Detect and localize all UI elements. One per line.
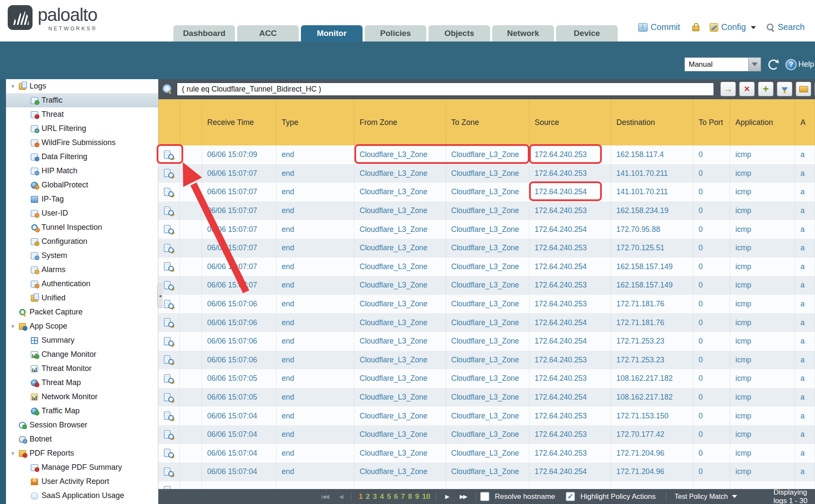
sidebar-item-url-filtering[interactable]: URL Filtering bbox=[6, 122, 158, 136]
sidebar-item-tunnel-inspection[interactable]: Tunnel Inspection bbox=[6, 220, 158, 234]
sidebar-item-change-monitor[interactable]: Change Monitor bbox=[6, 347, 158, 362]
table-row[interactable]: 06/06 15:07:07endCloudflare_L3_ZoneCloud… bbox=[158, 220, 815, 239]
table-row[interactable]: 06/06 15:07:06endCloudflare_L3_ZoneCloud… bbox=[158, 295, 815, 314]
table-row[interactable]: 06/06 15:07:07endCloudflare_L3_ZoneCloud… bbox=[158, 258, 815, 276]
table-row[interactable]: 06/06 15:07:07endCloudflare_L3_ZoneCloud… bbox=[158, 183, 815, 202]
refresh-mode-dropdown-arrow[interactable] bbox=[749, 57, 761, 71]
log-detail-icon[interactable] bbox=[164, 318, 174, 327]
col-header-action[interactable]: A bbox=[795, 99, 815, 145]
col-header-from-zone[interactable]: From Zone bbox=[354, 99, 446, 145]
log-detail-icon[interactable] bbox=[164, 188, 174, 196]
sidebar-item-threat[interactable]: Threat bbox=[6, 107, 158, 122]
refresh-mode-select[interactable]: Manual bbox=[684, 57, 749, 71]
test-policy-match-button[interactable]: Test Policy Match bbox=[675, 489, 737, 504]
page-number-7[interactable]: 7 bbox=[401, 492, 405, 501]
col-header-icon[interactable] bbox=[158, 99, 180, 145]
refresh-icon[interactable] bbox=[768, 59, 779, 70]
expander-icon[interactable]: ▼ bbox=[9, 83, 16, 89]
commit-button[interactable]: Commit bbox=[638, 22, 680, 32]
last-page-button[interactable]: ▶▶ bbox=[460, 489, 467, 504]
sidebar-item-user-activity-report[interactable]: User Activity Report bbox=[6, 474, 158, 489]
log-detail-icon[interactable] bbox=[164, 393, 174, 402]
sidebar-item-traffic-map[interactable]: Traffic Map bbox=[6, 404, 158, 418]
sidebar-item-system[interactable]: System bbox=[6, 249, 158, 263]
log-detail-icon[interactable] bbox=[164, 281, 174, 290]
log-detail-icon[interactable] bbox=[164, 207, 174, 215]
tab-device[interactable]: Device bbox=[556, 25, 618, 42]
log-detail-icon[interactable] bbox=[164, 151, 174, 159]
log-detail-icon[interactable] bbox=[164, 468, 174, 476]
tab-policies[interactable]: Policies bbox=[365, 25, 426, 42]
tab-monitor[interactable]: Monitor bbox=[301, 25, 363, 42]
prev-page-button[interactable]: ◀ bbox=[339, 489, 342, 504]
table-row[interactable]: 06/06 15:07:07endCloudflare_L3_ZoneCloud… bbox=[158, 164, 815, 183]
sidebar-item-data-filtering[interactable]: Data Filtering bbox=[6, 150, 158, 164]
sidebar-item-logs[interactable]: ▼Logs bbox=[6, 79, 158, 93]
col-header-application[interactable]: Application bbox=[730, 99, 795, 145]
table-row[interactable]: 06/06 15:07:04endCloudflare_L3_ZoneCloud… bbox=[158, 425, 815, 444]
config-button[interactable]: Config bbox=[710, 22, 760, 32]
sidebar-collapse-handle[interactable] bbox=[157, 284, 163, 308]
table-row[interactable]: 06/06 15:07:05endCloudflare_L3_ZoneCloud… bbox=[158, 369, 815, 388]
sidebar-item-alarms[interactable]: Alarms bbox=[6, 263, 158, 277]
log-detail-icon[interactable] bbox=[164, 449, 174, 457]
table-row[interactable]: 06/06 15:07:07endCloudflare_L3_ZoneCloud… bbox=[158, 202, 815, 220]
table-row[interactable] bbox=[158, 481, 815, 489]
log-detail-icon[interactable] bbox=[164, 300, 174, 308]
table-row[interactable]: 06/06 15:07:04endCloudflare_L3_ZoneCloud… bbox=[158, 462, 815, 481]
search-button[interactable]: Search bbox=[760, 22, 805, 32]
sidebar-item-manage-pdf-summary[interactable]: Manage PDF Summary bbox=[6, 460, 158, 474]
sidebar-item-session-browser[interactable]: Session Browser bbox=[6, 418, 158, 432]
page-number-5[interactable]: 5 bbox=[387, 492, 391, 501]
add-filter-icon[interactable]: + bbox=[758, 82, 773, 96]
filter-builder-icon[interactable] bbox=[777, 82, 792, 96]
table-row[interactable]: 06/06 15:07:06endCloudflare_L3_ZoneCloud… bbox=[158, 332, 815, 351]
page-number-3[interactable]: 3 bbox=[373, 492, 377, 501]
sidebar-item-wildfire-submissions[interactable]: WildFire Submissions bbox=[6, 136, 158, 150]
col-header-receive-time[interactable]: Receive Time bbox=[202, 99, 277, 145]
sidebar-item-packet-capture[interactable]: Packet Capture bbox=[6, 305, 158, 319]
sidebar-item-threat-monitor[interactable]: Threat Monitor bbox=[6, 362, 158, 376]
sidebar-item-hip-match[interactable]: HIP Match bbox=[6, 164, 158, 178]
table-row[interactable]: 06/06 15:07:04endCloudflare_L3_ZoneCloud… bbox=[158, 406, 815, 425]
page-number-1[interactable]: 1 bbox=[359, 492, 363, 501]
table-row[interactable]: 06/06 15:07:05endCloudflare_L3_ZoneCloud… bbox=[158, 388, 815, 407]
load-filter-icon[interactable] bbox=[796, 82, 811, 96]
expander-icon[interactable]: ▼ bbox=[9, 451, 16, 457]
log-detail-icon[interactable] bbox=[164, 244, 174, 252]
sidebar-item-botnet[interactable]: Botnet bbox=[6, 432, 158, 446]
sidebar-item-pdf-reports[interactable]: ▼PDF Reports bbox=[6, 446, 158, 460]
page-number-8[interactable]: 8 bbox=[408, 492, 412, 501]
col-header-type[interactable]: Type bbox=[277, 99, 354, 145]
resolve-hostname-checkbox[interactable] bbox=[480, 492, 489, 501]
sidebar-item-authentication[interactable]: Authentication bbox=[6, 277, 158, 291]
page-number-4[interactable]: 4 bbox=[380, 492, 384, 501]
sidebar-item-network-monitor[interactable]: Network Monitor bbox=[6, 390, 158, 404]
tab-objects[interactable]: Objects bbox=[428, 25, 490, 42]
page-number-2[interactable]: 2 bbox=[366, 492, 369, 501]
help-icon[interactable]: ? bbox=[785, 59, 797, 70]
sidebar-item-app-scope[interactable]: ▼App Scope bbox=[6, 319, 158, 333]
table-row[interactable]: 06/06 15:07:07endCloudflare_L3_ZoneCloud… bbox=[158, 276, 815, 295]
log-detail-icon[interactable] bbox=[164, 430, 174, 439]
lock-icon[interactable] bbox=[692, 26, 699, 31]
table-row[interactable]: 06/06 15:07:09endCloudflare_L3_ZoneCloud… bbox=[158, 145, 815, 164]
resolve-hostname-option[interactable]: Resolve hostname bbox=[480, 489, 555, 504]
col-header-to-zone[interactable]: To Zone bbox=[446, 99, 529, 145]
table-row[interactable]: 06/06 15:07:06endCloudflare_L3_ZoneCloud… bbox=[158, 313, 815, 332]
log-detail-icon[interactable] bbox=[164, 169, 174, 178]
expander-icon[interactable]: ▼ bbox=[9, 323, 16, 329]
sidebar-item-configuration[interactable]: Configuration bbox=[6, 234, 158, 249]
table-row[interactable]: 06/06 15:07:07endCloudflare_L3_ZoneCloud… bbox=[158, 239, 815, 258]
tab-network[interactable]: Network bbox=[492, 25, 554, 42]
highlight-policy-checkbox[interactable]: ✓ bbox=[566, 492, 575, 501]
sidebar-item-ip-tag[interactable]: IP-Tag bbox=[6, 192, 158, 206]
filter-query-input[interactable] bbox=[177, 83, 714, 96]
sidebar-item-unified[interactable]: Unified bbox=[6, 291, 158, 305]
log-detail-icon[interactable] bbox=[164, 356, 174, 364]
sidebar-item-threat-map[interactable]: Threat Map bbox=[6, 376, 158, 390]
help-label[interactable]: Help bbox=[798, 60, 814, 69]
highlight-policy-option[interactable]: ✓Highlight Policy Actions bbox=[566, 489, 656, 504]
sidebar-item-summary[interactable]: Summary bbox=[6, 333, 158, 347]
sidebar-item-globalprotect[interactable]: GlobalProtect bbox=[6, 178, 158, 192]
